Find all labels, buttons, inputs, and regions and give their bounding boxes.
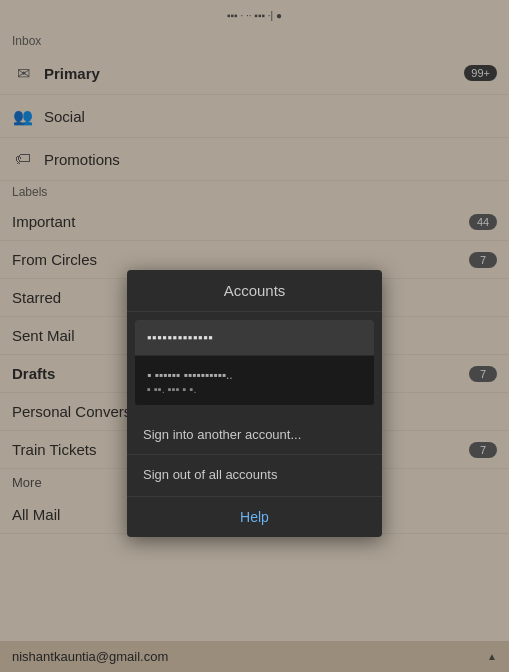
sign-out-all-button[interactable]: Sign out of all accounts <box>127 455 382 494</box>
modal-title: Accounts <box>127 270 382 312</box>
help-button[interactable]: Help <box>127 496 382 537</box>
accounts-modal: Accounts ▪▪▪▪▪▪▪▪▪▪▪▪▪ ▪ ▪▪▪▪▪▪ ▪▪▪▪▪▪▪▪… <box>127 270 382 537</box>
accounts-actions: Sign into another account... Sign out of… <box>127 413 382 496</box>
account2-email: ▪ ▪▪▪▪▪▪ ▪▪▪▪▪▪▪▪▪▪.. <box>147 368 362 382</box>
accounts-list: ▪▪▪▪▪▪▪▪▪▪▪▪▪ ▪ ▪▪▪▪▪▪ ▪▪▪▪▪▪▪▪▪▪.. ▪ ▪▪… <box>135 320 374 405</box>
account-item-2[interactable]: ▪ ▪▪▪▪▪▪ ▪▪▪▪▪▪▪▪▪▪.. ▪ ▪▪. ▪▪▪ ▪ ▪. <box>135 356 374 405</box>
sign-in-another-button[interactable]: Sign into another account... <box>127 415 382 455</box>
account-item-primary[interactable]: ▪▪▪▪▪▪▪▪▪▪▪▪▪ <box>135 320 374 356</box>
account1-name: ▪▪▪▪▪▪▪▪▪▪▪▪▪ <box>147 330 362 345</box>
modal-overlay: Accounts ▪▪▪▪▪▪▪▪▪▪▪▪▪ ▪ ▪▪▪▪▪▪ ▪▪▪▪▪▪▪▪… <box>0 0 509 672</box>
account2-sub: ▪ ▪▪. ▪▪▪ ▪ ▪. <box>147 383 362 395</box>
